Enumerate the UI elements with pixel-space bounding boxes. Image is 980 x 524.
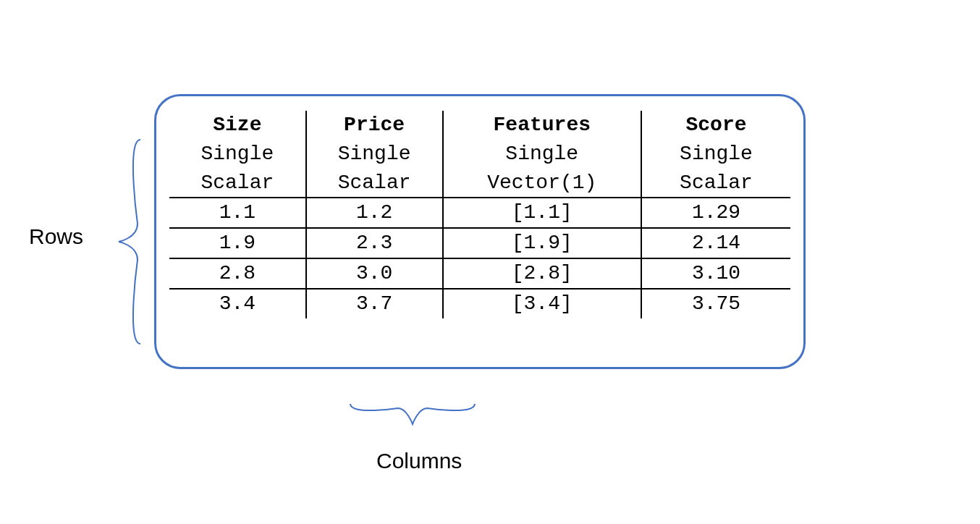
cell-price: 2.3 xyxy=(306,228,443,258)
cell-features: [2.8] xyxy=(443,258,642,289)
col-name: Score xyxy=(686,114,747,136)
cell-score: 3.75 xyxy=(641,289,790,318)
col-sub: Vector(1) xyxy=(443,169,642,198)
col-sub: Scalar xyxy=(641,169,790,198)
columns-brace-icon xyxy=(347,401,478,427)
col-sub: Scalar xyxy=(306,169,443,198)
col-header-score: Score xyxy=(641,111,790,140)
col-header-price: Price xyxy=(306,111,443,140)
col-header-features: Features xyxy=(443,111,642,140)
rows-axis-label: Rows xyxy=(29,224,83,249)
col-sub: Single xyxy=(306,140,443,169)
col-header-size: Size xyxy=(169,111,306,140)
col-sub: Single xyxy=(169,140,306,169)
cell-features: [3.4] xyxy=(443,289,642,318)
table-row: 1.1 1.2 [1.1] 1.29 xyxy=(169,198,790,228)
col-name: Features xyxy=(494,114,591,136)
cell-size: 2.8 xyxy=(169,258,306,289)
table-row: 1.9 2.3 [1.9] 2.14 xyxy=(169,228,790,258)
cell-features: [1.1] xyxy=(443,198,642,228)
data-table-card: Size Price Features Score Single Single … xyxy=(154,94,806,369)
table-header-row-line3: Scalar Scalar Vector(1) Scalar xyxy=(169,169,790,198)
cell-score: 3.10 xyxy=(641,258,790,289)
cell-features: [1.9] xyxy=(443,228,642,258)
col-name: Price xyxy=(344,114,405,136)
table-header-row-names: Size Price Features Score xyxy=(169,111,790,140)
cell-size: 3.4 xyxy=(169,289,306,318)
col-sub: Scalar xyxy=(169,169,306,198)
col-name: Size xyxy=(213,114,261,136)
cell-price: 1.2 xyxy=(306,198,443,228)
columns-axis-label: Columns xyxy=(376,449,462,473)
data-table: Size Price Features Score Single Single … xyxy=(169,111,790,318)
rows-brace-icon xyxy=(116,137,145,347)
table-row: 2.8 3.0 [2.8] 3.10 xyxy=(169,258,790,289)
table-row: 3.4 3.7 [3.4] 3.75 xyxy=(169,289,790,318)
cell-size: 1.9 xyxy=(169,228,306,258)
cell-price: 3.7 xyxy=(306,289,443,318)
cell-score: 1.29 xyxy=(641,198,790,228)
cell-size: 1.1 xyxy=(169,198,306,228)
table-header-row-line2: Single Single Single Single xyxy=(169,140,790,169)
cell-price: 3.0 xyxy=(306,258,443,289)
col-sub: Single xyxy=(641,140,790,169)
col-sub: Single xyxy=(443,140,642,169)
cell-score: 2.14 xyxy=(641,228,790,258)
